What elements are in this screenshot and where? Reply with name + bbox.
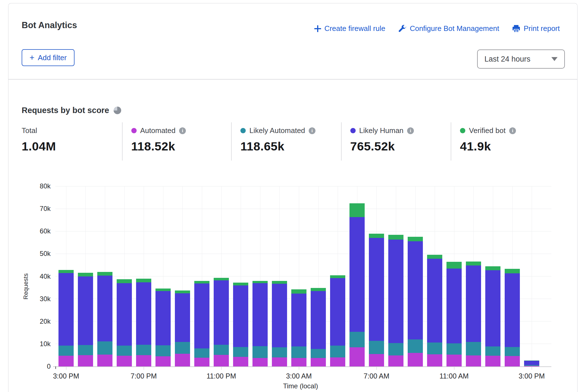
segment-automated[interactable] <box>311 358 326 366</box>
segment-verified-bot[interactable] <box>408 237 423 242</box>
segment-automated[interactable] <box>466 355 481 366</box>
stacked-bar-9[interactable] <box>233 283 248 366</box>
stacked-bar-6[interactable] <box>175 290 190 366</box>
segment-likely-human[interactable] <box>349 217 365 332</box>
stacked-bar-5[interactable] <box>155 289 171 366</box>
segment-likely-automated[interactable] <box>505 347 520 356</box>
segment-verified-bot[interactable] <box>272 281 287 284</box>
segment-likely-human[interactable] <box>117 283 132 346</box>
create-firewall-rule-link[interactable]: Create firewall rule <box>314 24 385 33</box>
stacked-bar-21[interactable] <box>466 262 481 366</box>
segment-verified-bot[interactable] <box>485 266 500 270</box>
stacked-bar-2[interactable] <box>97 272 112 366</box>
segment-verified-bot[interactable] <box>233 283 248 285</box>
segment-verified-bot[interactable] <box>505 269 520 273</box>
segment-automated[interactable] <box>194 358 209 366</box>
segment-verified-bot[interactable] <box>427 255 442 259</box>
segment-likely-automated[interactable] <box>466 342 481 355</box>
segment-verified-bot[interactable] <box>330 275 345 278</box>
segment-likely-automated[interactable] <box>427 343 442 354</box>
segment-verified-bot[interactable] <box>369 234 384 238</box>
segment-verified-bot[interactable] <box>446 262 462 269</box>
segment-automated[interactable] <box>291 358 306 366</box>
segment-automated[interactable] <box>524 366 539 366</box>
stacked-bar-13[interactable] <box>311 288 326 366</box>
info-icon[interactable]: i <box>509 127 516 134</box>
info-icon[interactable]: i <box>407 127 414 134</box>
segment-likely-human[interactable] <box>408 241 423 339</box>
segment-verified-bot[interactable] <box>175 290 190 293</box>
segment-automated[interactable] <box>233 357 248 366</box>
stacked-bar-10[interactable] <box>252 281 268 366</box>
segment-automated[interactable] <box>446 355 462 366</box>
stacked-bar-24[interactable] <box>524 361 539 366</box>
stacked-bar-16[interactable] <box>369 234 384 366</box>
segment-automated[interactable] <box>58 356 74 366</box>
segment-automated[interactable] <box>136 355 151 366</box>
segment-likely-automated[interactable] <box>485 346 500 356</box>
segment-likely-human[interactable] <box>194 283 209 348</box>
segment-likely-automated[interactable] <box>349 332 365 347</box>
segment-likely-human[interactable] <box>427 259 442 343</box>
segment-likely-automated[interactable] <box>272 347 287 357</box>
segment-likely-automated[interactable] <box>78 345 93 355</box>
stacked-bar-15[interactable] <box>349 203 365 366</box>
segment-likely-automated[interactable] <box>214 345 229 355</box>
segment-verified-bot[interactable] <box>311 288 326 291</box>
segment-likely-human[interactable] <box>466 265 481 342</box>
stacked-bar-3[interactable] <box>117 279 132 366</box>
segment-verified-bot[interactable] <box>252 281 268 283</box>
segment-likely-automated[interactable] <box>388 343 403 355</box>
segment-likely-human[interactable] <box>291 294 306 346</box>
segment-automated[interactable] <box>252 358 268 366</box>
stacked-bar-22[interactable] <box>485 266 500 366</box>
segment-likely-automated[interactable] <box>408 339 423 353</box>
stacked-bar-0[interactable] <box>58 270 74 366</box>
segment-likely-human[interactable] <box>485 270 500 346</box>
segment-automated[interactable] <box>97 355 112 366</box>
segment-likely-automated[interactable] <box>155 345 171 356</box>
segment-verified-bot[interactable] <box>97 272 112 276</box>
segment-likely-automated[interactable] <box>233 347 248 357</box>
segment-likely-automated[interactable] <box>252 346 268 358</box>
segment-likely-automated[interactable] <box>291 346 306 358</box>
stacked-bar-19[interactable] <box>427 255 442 366</box>
segment-likely-automated[interactable] <box>446 343 462 355</box>
segment-likely-human[interactable] <box>252 283 268 346</box>
segment-likely-human[interactable] <box>214 280 229 345</box>
segment-likely-human[interactable] <box>136 282 151 345</box>
segment-automated[interactable] <box>505 356 520 366</box>
stacked-bar-4[interactable] <box>136 279 151 366</box>
segment-verified-bot[interactable] <box>78 273 93 277</box>
segment-automated[interactable] <box>155 356 171 366</box>
segment-automated[interactable] <box>214 355 229 366</box>
segment-likely-human[interactable] <box>97 276 112 341</box>
segment-likely-human[interactable] <box>175 293 190 342</box>
segment-automated[interactable] <box>175 354 190 366</box>
segment-automated[interactable] <box>485 356 500 366</box>
segment-verified-bot[interactable] <box>58 270 74 273</box>
stacked-bar-12[interactable] <box>291 289 306 366</box>
segment-verified-bot[interactable] <box>117 279 132 283</box>
segment-verified-bot[interactable] <box>291 289 306 294</box>
configure-bot-management-link[interactable]: Configure Bot Management <box>398 24 499 33</box>
stacked-bar-14[interactable] <box>330 275 345 366</box>
segment-likely-human[interactable] <box>524 361 539 365</box>
segment-likely-automated[interactable] <box>311 349 326 358</box>
segment-verified-bot[interactable] <box>136 279 151 282</box>
segment-verified-bot[interactable] <box>466 262 481 265</box>
info-icon[interactable]: i <box>309 127 315 134</box>
stacked-bar-18[interactable] <box>408 237 423 366</box>
segment-automated[interactable] <box>272 357 287 366</box>
segment-likely-human[interactable] <box>369 238 384 341</box>
segment-verified-bot[interactable] <box>214 278 229 280</box>
add-filter-button[interactable]: + Add filter <box>22 49 75 66</box>
segment-verified-bot[interactable] <box>155 289 171 291</box>
segment-verified-bot[interactable] <box>388 235 403 240</box>
segment-likely-human[interactable] <box>233 285 248 347</box>
segment-automated[interactable] <box>349 347 365 366</box>
segment-automated[interactable] <box>117 356 132 366</box>
segment-likely-automated[interactable] <box>97 341 112 354</box>
print-report-link[interactable]: Print report <box>512 24 560 33</box>
segment-automated[interactable] <box>427 354 442 366</box>
